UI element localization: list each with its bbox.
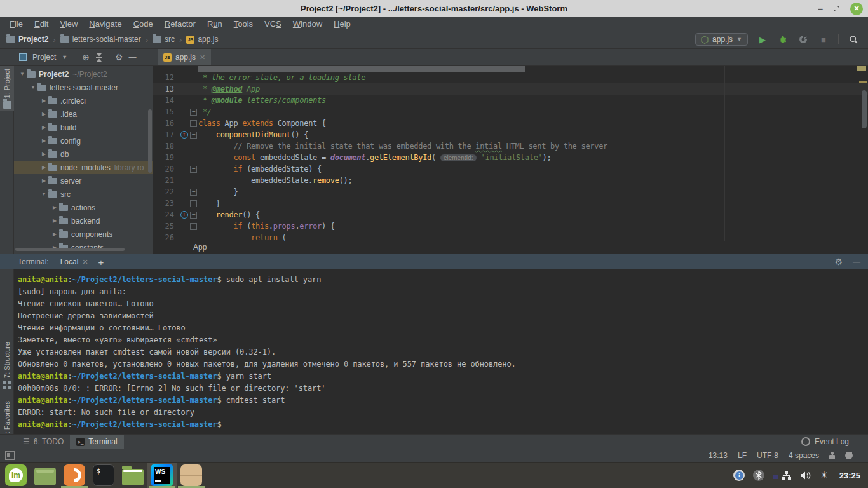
tree-item-backend[interactable]: ▶backend: [14, 214, 153, 227]
fold-marker-icon[interactable]: –: [190, 212, 197, 219]
crumb-letters-social-master[interactable]: letters-social-master: [60, 35, 141, 44]
brightness-icon[interactable]: ☀: [820, 470, 828, 481]
network-icon[interactable]: [781, 471, 792, 480]
expand-arrow-icon[interactable]: ▶: [50, 218, 59, 224]
tree-item-.circleci[interactable]: ▶.circleci: [14, 94, 153, 107]
app-firefox[interactable]: [60, 463, 89, 488]
crumb-Project2[interactable]: Project2: [6, 35, 48, 44]
fold-marker-icon[interactable]: –: [190, 109, 197, 116]
locate-file-icon[interactable]: ⊕: [82, 52, 90, 62]
minimize-button[interactable]: –: [818, 6, 823, 12]
fold-marker-icon[interactable]: –: [190, 166, 197, 173]
menu-help[interactable]: Help: [328, 19, 356, 29]
menu-refactor[interactable]: Refactor: [159, 19, 201, 29]
tree-item-.idea[interactable]: ▶.idea: [14, 107, 153, 121]
collapse-arrow-icon[interactable]: ▼: [29, 85, 37, 90]
app-box-app[interactable]: [177, 463, 206, 488]
menu-window[interactable]: Window: [287, 19, 328, 29]
menu-code[interactable]: Code: [128, 19, 159, 29]
tree-horizontal-scrollbar[interactable]: [15, 248, 125, 251]
project-tree[interactable]: ▼Project2~/Project2▼letters-social-maste…: [14, 66, 153, 254]
toolwindow-switcher-icon[interactable]: [5, 451, 15, 460]
app-webstorm[interactable]: WS: [147, 463, 177, 488]
crumb-src[interactable]: src: [153, 35, 175, 44]
debug-button[interactable]: [777, 34, 789, 45]
tab-appjs[interactable]: JS app.js ✕: [158, 49, 211, 65]
fold-marker-icon[interactable]: –: [190, 189, 197, 196]
expand-arrow-icon[interactable]: ▶: [39, 98, 48, 104]
app-files[interactable]: [118, 463, 147, 488]
collapse-all-icon[interactable]: [95, 53, 103, 62]
app-show-desktop[interactable]: [31, 463, 60, 488]
tree-item-Project2[interactable]: ▼Project2~/Project2: [14, 67, 153, 81]
stop-button[interactable]: ■: [818, 34, 829, 45]
run-configuration-select[interactable]: app.js ▼: [695, 33, 748, 46]
expand-arrow-icon[interactable]: ▶: [39, 151, 48, 157]
tree-item-node_modules[interactable]: ▶node_moduleslibrary ro: [14, 161, 153, 174]
coverage-button[interactable]: [797, 34, 809, 45]
lock-icon[interactable]: [829, 455, 835, 459]
expand-arrow-icon[interactable]: ▶: [39, 125, 48, 130]
toolwindow-terminal-button[interactable]: >_ Terminal: [70, 435, 123, 449]
terminal-tab-local[interactable]: Local ✕: [60, 254, 88, 270]
crumb-app.js[interactable]: JSapp.js: [186, 35, 218, 44]
override-method-icon[interactable]: ↑: [180, 131, 188, 139]
close-icon[interactable]: ✕: [200, 53, 205, 62]
taskbar-clock[interactable]: 23:25: [839, 471, 860, 480]
update-manager-icon[interactable]: i: [733, 470, 745, 481]
editor-scrollbar[interactable]: [862, 90, 867, 128]
collapse-arrow-icon[interactable]: ▼: [39, 191, 48, 197]
tree-item-db[interactable]: ▶db: [14, 147, 153, 161]
expand-arrow-icon[interactable]: ▶: [50, 205, 59, 210]
tree-item-actions[interactable]: ▶actions: [14, 201, 153, 214]
editor-breadcrumb[interactable]: App: [153, 241, 868, 254]
tree-item-build[interactable]: ▶build: [14, 121, 153, 134]
event-log-button[interactable]: Event Log: [801, 437, 868, 446]
chevron-down-icon[interactable]: ▼: [62, 54, 67, 60]
tree-vertical-scrollbar[interactable]: [148, 109, 152, 173]
tree-item-config[interactable]: ▶config: [14, 134, 153, 147]
inspection-indicator[interactable]: [857, 66, 866, 71]
menu-file[interactable]: File: [4, 19, 29, 29]
collapse-arrow-icon[interactable]: ▼: [18, 71, 27, 77]
menu-edit[interactable]: Edit: [29, 19, 54, 29]
menu-navigate[interactable]: Navigate: [83, 19, 127, 29]
bluetooth-icon[interactable]: [753, 470, 764, 481]
indent-setting[interactable]: 4 spaces: [789, 451, 819, 460]
tree-item-constants[interactable]: ▶constants: [14, 241, 153, 254]
app-mint-menu[interactable]: lm: [1, 463, 31, 488]
app-terminal-app[interactable]: $_: [89, 463, 118, 488]
expand-arrow-icon[interactable]: ▶: [39, 111, 48, 117]
close-button[interactable]: ✕: [850, 3, 863, 15]
hide-terminal-icon[interactable]: —: [853, 257, 860, 266]
fold-marker-icon[interactable]: –: [190, 223, 197, 230]
tree-item-letters-social-master[interactable]: ▼letters-social-master: [14, 81, 153, 94]
file-encoding[interactable]: UTF-8: [757, 451, 778, 460]
fold-marker-icon[interactable]: –: [190, 120, 197, 127]
hide-panel-icon[interactable]: —: [129, 53, 137, 62]
tree-item-server[interactable]: ▶server: [14, 174, 153, 187]
tree-item-src[interactable]: ▼src: [14, 187, 153, 201]
menu-run[interactable]: Run: [201, 19, 228, 29]
expand-arrow-icon[interactable]: ▶: [39, 165, 48, 170]
editor-area[interactable]: 12 * the error state, or a loading state…: [153, 66, 868, 254]
menu-tools[interactable]: Tools: [228, 19, 259, 29]
caret-position[interactable]: 13:13: [709, 451, 728, 460]
close-icon[interactable]: ✕: [82, 258, 88, 266]
fold-marker-icon[interactable]: –: [190, 132, 197, 139]
gear-icon[interactable]: ⚙: [115, 53, 123, 62]
tree-item-components[interactable]: ▶components: [14, 227, 153, 241]
new-session-button[interactable]: +: [98, 257, 104, 268]
menu-view[interactable]: View: [54, 19, 83, 29]
maximize-button[interactable]: [833, 5, 840, 12]
expand-arrow-icon[interactable]: ▶: [39, 138, 48, 144]
fold-marker-icon[interactable]: –: [190, 200, 197, 207]
gear-icon[interactable]: ⚙: [834, 257, 843, 266]
project-panel-title[interactable]: Project: [32, 53, 56, 62]
error-stripe-mark[interactable]: [859, 81, 867, 83]
expand-arrow-icon[interactable]: ▶: [39, 178, 48, 184]
line-separator[interactable]: LF: [738, 451, 747, 460]
inspections-hector-icon[interactable]: [845, 452, 853, 459]
toolwindow-project-button[interactable]: 1: Project: [0, 66, 14, 111]
menu-vcs[interactable]: VCS: [259, 19, 287, 29]
